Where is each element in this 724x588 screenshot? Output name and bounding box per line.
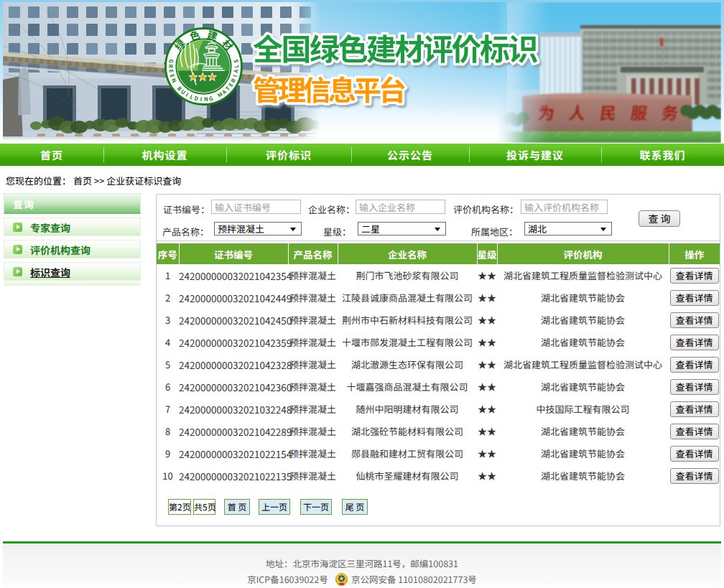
svg-text:管理信息平台: 管理信息平台 — [253, 68, 405, 108]
svg-text:R: R — [167, 65, 175, 68]
svg-text:全国绿色建材评价标识: 全国绿色建材评价标识 — [253, 25, 538, 69]
svg-text:L: L — [232, 64, 240, 67]
